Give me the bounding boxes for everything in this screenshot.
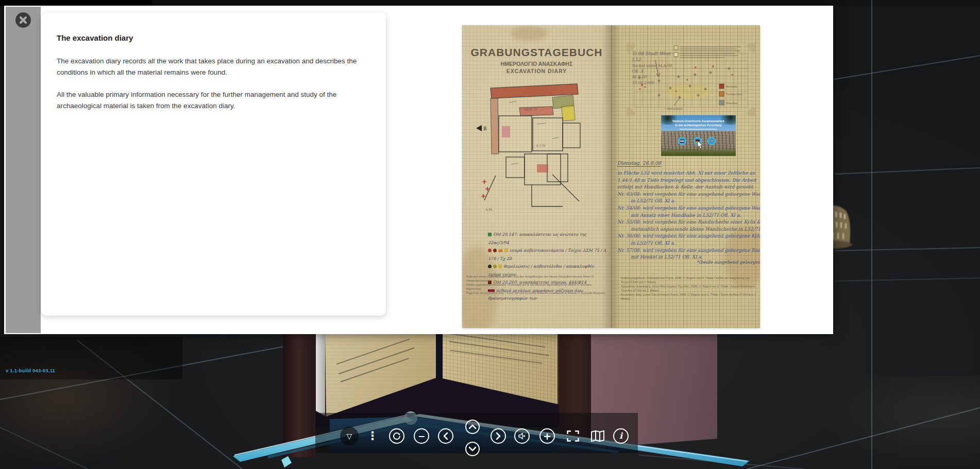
legend-line: νεαρά ασβεστοκονιάματα / Τοίχοι ΔΣΜ 75 /… xyxy=(488,247,606,263)
diary-entry-text: in Fläche L52 wird zunächst Abh. XI mit … xyxy=(617,170,760,261)
svg-text:Tierknochen: Tierknochen xyxy=(726,93,743,96)
toolbar-collapse-button[interactable]: ▽ xyxy=(340,427,359,445)
tilt-up-button[interactable] xyxy=(465,420,480,434)
description-paragraph-1: The excavation diary records all the wor… xyxy=(57,56,374,78)
triangle-down-icon: ▽ xyxy=(347,432,352,440)
tilt-down-button[interactable] xyxy=(465,442,480,456)
right-page-caption: Grabungstagebuch, Unterstadt von Tiryns,… xyxy=(621,276,758,325)
minus-icon: − xyxy=(414,428,429,444)
toolbar-menu-button[interactable]: ⋮ xyxy=(367,427,378,445)
language-button-greek[interactable] xyxy=(707,137,716,145)
mute-button[interactable] xyxy=(514,428,530,444)
sketch-legend: Keramik Tierknochen Knochen xyxy=(719,84,743,105)
fullscreen-button[interactable] xyxy=(567,430,579,442)
plus-icon: + xyxy=(539,428,555,444)
excavation-plan-drawing: B ΔΣΜ 75 Α 178 Δ.Μ. xyxy=(475,77,599,226)
video-subtitle-line xyxy=(680,129,717,130)
video-thumbnail[interactable]: Deutsch-Griechische Zusammenarbeit in de… xyxy=(661,115,736,156)
left-page-caption: Seite aus einem Grabungstagebuch / Aus d… xyxy=(466,274,607,316)
legend-swatch-black xyxy=(488,265,492,268)
diary-title: GRABUNGSTAGEBUCH xyxy=(462,46,611,59)
diary-entry-date: Dienstag, 26.8.08 xyxy=(617,160,661,167)
chevron-left-icon xyxy=(438,428,453,444)
legend-swatch-green xyxy=(488,233,492,236)
info-button[interactable]: i xyxy=(613,428,629,444)
description-card: The excavation diary The excavation diar… xyxy=(41,13,386,316)
svg-text:ΔΣΜ 75: ΔΣΜ 75 xyxy=(525,107,537,111)
svg-text:15.08.2008: 15.08.2008 xyxy=(632,80,654,85)
kebab-menu-icon: ⋮ xyxy=(367,430,378,442)
previous-page-button[interactable] xyxy=(438,428,453,444)
refresh-icon xyxy=(389,428,404,444)
next-page-button[interactable] xyxy=(491,428,506,444)
svg-text:B: B xyxy=(483,126,487,131)
diary-left-page: GRABUNGSTAGEBUCH ΗΜΕΡΟΛΟΓΙΟ ΑΝΑΣΚΑΦΗΣ EX… xyxy=(462,25,611,328)
legend-swatch-orange xyxy=(498,249,503,252)
svg-text:Α 178: Α 178 xyxy=(535,144,545,147)
description-paragraph-2: All the valuable primary information nec… xyxy=(57,89,374,111)
field-sketch: Ti 08 Stadt West L52 Sockel unter M.A/06… xyxy=(627,44,755,116)
legend-swatch-olive xyxy=(493,265,497,268)
chevron-up-icon xyxy=(465,420,480,434)
mouse-cursor xyxy=(697,141,703,149)
video-title: Deutsch-Griechische Zusammenarbeit in de… xyxy=(661,119,736,135)
overlay-sidebar xyxy=(6,7,41,333)
speaker-muted-icon xyxy=(514,428,530,444)
info-icon: i xyxy=(613,428,629,444)
paper-stain xyxy=(511,26,547,41)
svg-text:Ameisenbau: Ameisenbau xyxy=(666,107,683,110)
legend-swatch-yellow xyxy=(504,249,508,252)
reset-view-button[interactable] xyxy=(389,428,404,444)
page-title: The excavation diary xyxy=(57,33,133,42)
version-label: v 1.1-build 043-03.11 xyxy=(6,368,55,373)
uk-flag-icon xyxy=(680,140,684,143)
legend-line: ΟΜ 28.147: αποκαλύπτεται ως ανώτατο της … xyxy=(488,231,606,247)
chevron-down-icon xyxy=(465,442,480,456)
svg-text:Δ.Μ.: Δ.Μ. xyxy=(485,207,493,211)
zoom-in-button[interactable]: + xyxy=(539,428,555,444)
close-icon xyxy=(19,16,27,24)
close-overlay-button[interactable] xyxy=(15,12,31,28)
diary-photo: GRABUNGSTAGEBUCH ΗΜΕΡΟΛΟΓΙΟ ΑΝΑΣΚΑΦΗΣ EX… xyxy=(462,25,760,328)
diary-entry-footnote: *(beide ausgehend geborgen) xyxy=(697,259,760,265)
svg-text:Sockel unter M.A/06: Sockel unter M.A/06 xyxy=(632,63,672,68)
svg-text:Ti 08 Stadt West: Ti 08 Stadt West xyxy=(632,51,671,56)
svg-text:L52: L52 xyxy=(632,57,641,62)
contents-button[interactable] xyxy=(591,430,604,442)
svg-text:Knochen: Knochen xyxy=(726,101,738,105)
zoom-out-button[interactable]: − xyxy=(414,428,429,444)
info-overlay-panel: The excavation diary The excavation diar… xyxy=(4,6,833,334)
svg-text:Keramik: Keramik xyxy=(726,85,737,88)
fullscreen-icon xyxy=(567,430,579,442)
legend-swatch-red xyxy=(488,249,492,252)
chevron-right-icon xyxy=(491,428,506,444)
language-button-english[interactable] xyxy=(678,137,686,145)
legend-swatch-darkred xyxy=(493,249,497,252)
diary-subtitle-english: EXCAVATION DIARY xyxy=(462,68,611,74)
legend-swatch-yellow xyxy=(498,265,502,268)
open-map-icon xyxy=(591,430,604,442)
diary-subtitle-greek: ΗΜΕΡΟΛΟΓΙΟ ΑΝΑΣΚΑΦΗΣ xyxy=(462,61,611,67)
greek-flag-icon xyxy=(709,140,714,143)
svg-text:Ofl. X: Ofl. X xyxy=(632,69,644,74)
